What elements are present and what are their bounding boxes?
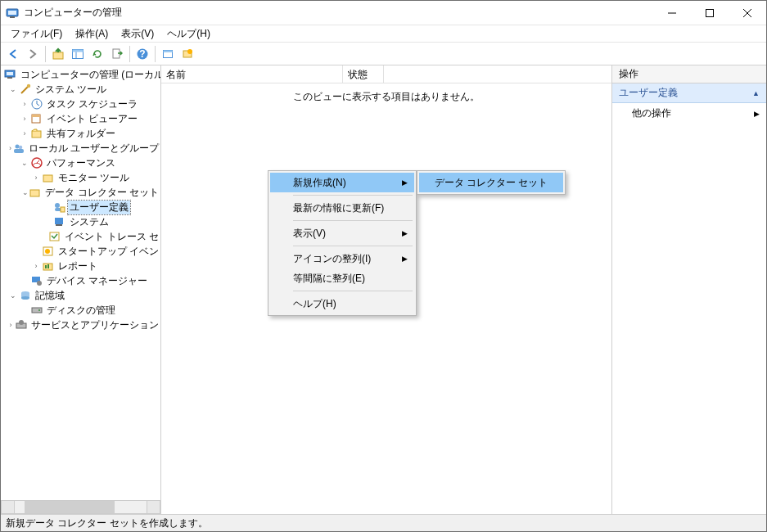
- menu-action[interactable]: 操作(A): [69, 25, 115, 43]
- tree-label: イベント ビューアー: [45, 112, 139, 126]
- menu-label: 等間隔に整列(E): [293, 272, 365, 286]
- tree-label: ユーザー定義: [68, 201, 130, 214]
- svg-point-45: [21, 296, 29, 300]
- tool-refresh-button[interactable]: [88, 45, 106, 63]
- tree-label: イベント トレース セ: [63, 230, 160, 244]
- collapse-icon[interactable]: ⌄: [7, 83, 19, 95]
- close-button[interactable]: [729, 1, 766, 25]
- expand-icon[interactable]: ›: [19, 113, 30, 124]
- tree-system-dcs[interactable]: システム: [1, 214, 160, 229]
- svg-rect-22: [32, 131, 41, 138]
- tree-services-apps[interactable]: › サービスとアプリケーション: [1, 318, 160, 332]
- column-name[interactable]: 名前: [161, 65, 343, 83]
- tool-bar: ?: [1, 43, 766, 65]
- menu-new[interactable]: 新規作成(N) ▶: [270, 173, 414, 192]
- computer-icon: [4, 68, 17, 81]
- actions-group-title[interactable]: ユーザー定義 ▲: [612, 83, 766, 103]
- tree-data-collector-sets[interactable]: ⌄ データ コレクター セット: [1, 185, 160, 200]
- tree-reports[interactable]: › レポート: [1, 259, 160, 273]
- expand-icon[interactable]: ›: [19, 98, 30, 110]
- menu-label: 最新の情報に更新(F): [293, 201, 384, 215]
- tree-device-manager[interactable]: デバイス マネージャー: [1, 273, 160, 288]
- tool-forward-button[interactable]: [24, 45, 42, 63]
- tree-user-defined[interactable]: ユーザー定義: [1, 200, 160, 214]
- scroll-left-button[interactable]: [1, 500, 15, 514]
- scroll-thumb[interactable]: [25, 501, 115, 513]
- expand-icon[interactable]: ›: [19, 128, 30, 139]
- help-icon: ?: [136, 47, 149, 61]
- svg-rect-32: [61, 207, 65, 212]
- menu-refresh[interactable]: 最新の情報に更新(F): [270, 198, 414, 218]
- export-icon: [111, 47, 124, 61]
- status-bar: 新規データ コレクター セットを作成します。: [1, 514, 766, 531]
- tree-event-trace[interactable]: イベント トレース セ: [1, 229, 160, 244]
- svg-rect-28: [43, 175, 52, 182]
- svg-rect-29: [30, 190, 39, 196]
- svg-rect-6: [73, 49, 83, 52]
- tree-label: タスク スケジューラ: [45, 97, 139, 111]
- window-icon: [161, 47, 174, 61]
- expand-icon[interactable]: ›: [7, 319, 15, 331]
- collapse-arrow-icon: ▲: [752, 89, 760, 97]
- maximize-button[interactable]: [691, 1, 729, 25]
- tree-label: スタートアップ イベン: [56, 245, 160, 259]
- tool-show-hide-tree-button[interactable]: [69, 45, 87, 63]
- tree-shared-folders[interactable]: › 共有フォルダー: [1, 126, 160, 141]
- user-defined-icon: [53, 201, 66, 214]
- minimize-icon: [668, 9, 676, 17]
- tree-horizontal-scrollbar[interactable]: [1, 500, 160, 514]
- title-bar: コンピューターの管理: [1, 1, 766, 25]
- navigation-tree[interactable]: コンピューターの管理 (ローカル) ⌄ システム ツール › タスク スケジュー…: [1, 65, 160, 500]
- svg-rect-3: [706, 9, 714, 16]
- tree-system-tools[interactable]: ⌄ システム ツール: [1, 82, 160, 97]
- toolbar-separator: [155, 46, 156, 62]
- menu-file[interactable]: ファイル(F): [4, 25, 69, 43]
- menu-help[interactable]: ヘルプ(H): [270, 294, 414, 313]
- performance-icon: [30, 156, 43, 169]
- collapse-icon[interactable]: ⌄: [21, 187, 29, 198]
- svg-rect-25: [14, 149, 24, 153]
- tree-monitor-tools[interactable]: › モニター ツール: [1, 170, 160, 185]
- scroll-right-button[interactable]: [147, 500, 160, 514]
- expand-icon[interactable]: ›: [30, 172, 42, 183]
- tool-up-button[interactable]: [49, 45, 67, 63]
- submenu-data-collector-set[interactable]: データ コレクター セット: [419, 173, 563, 192]
- tree-performance[interactable]: ⌄ パフォーマンス: [1, 156, 160, 170]
- actions-item-other[interactable]: 他の操作 ▶: [612, 103, 766, 124]
- tree-root[interactable]: コンピューターの管理 (ローカル): [1, 67, 160, 82]
- collapse-icon[interactable]: ⌄: [19, 157, 30, 169]
- tree-local-users[interactable]: › ローカル ユーザーとグループ: [1, 141, 160, 156]
- column-status[interactable]: 状態: [343, 65, 384, 83]
- app-window: コンピューターの管理 ファイル(F) 操作(A) 表示(V) ヘルプ(H): [0, 0, 767, 532]
- tree-task-scheduler[interactable]: › タスク スケジューラ: [1, 97, 160, 111]
- scroll-track[interactable]: [15, 500, 147, 514]
- expand-icon[interactable]: ›: [30, 260, 42, 272]
- tool-back-button[interactable]: [4, 45, 22, 63]
- svg-point-47: [38, 309, 40, 311]
- menu-view[interactable]: 表示(V) ▶: [270, 223, 414, 243]
- menu-align-to-grid[interactable]: 等間隔に整列(E): [270, 268, 414, 288]
- svg-point-24: [18, 146, 22, 150]
- status-text: 新規データ コレクター セットを作成します。: [6, 516, 208, 530]
- reports-icon: [42, 259, 55, 273]
- storage-icon: [19, 289, 32, 302]
- tree-disk-management[interactable]: ディスクの管理: [1, 303, 160, 318]
- tool-properties-button[interactable]: [159, 45, 177, 63]
- svg-rect-4: [53, 52, 63, 59]
- menu-arrange-icons[interactable]: アイコンの整列(I) ▶: [270, 249, 414, 268]
- tree-startup-event[interactable]: スタートアップ イベン: [1, 244, 160, 259]
- menu-view[interactable]: 表示(V): [115, 25, 160, 43]
- collapse-icon[interactable]: ⌄: [7, 290, 19, 301]
- tree-event-viewer[interactable]: › イベント ビューアー: [1, 111, 160, 126]
- menu-help[interactable]: ヘルプ(H): [160, 25, 217, 43]
- tree-label: ディスクの管理: [45, 304, 117, 318]
- tree-storage[interactable]: ⌄ 記憶域: [1, 288, 160, 303]
- minimize-button[interactable]: [653, 1, 691, 25]
- tool-new-window-button[interactable]: [178, 45, 196, 63]
- submenu-arrow-icon: ▶: [754, 110, 760, 118]
- tool-export-button[interactable]: [108, 45, 126, 63]
- panels-icon: [71, 47, 84, 61]
- menu-bar: ファイル(F) 操作(A) 表示(V) ヘルプ(H): [1, 25, 766, 43]
- svg-rect-16: [7, 72, 13, 75]
- tool-help-button[interactable]: ?: [133, 45, 151, 63]
